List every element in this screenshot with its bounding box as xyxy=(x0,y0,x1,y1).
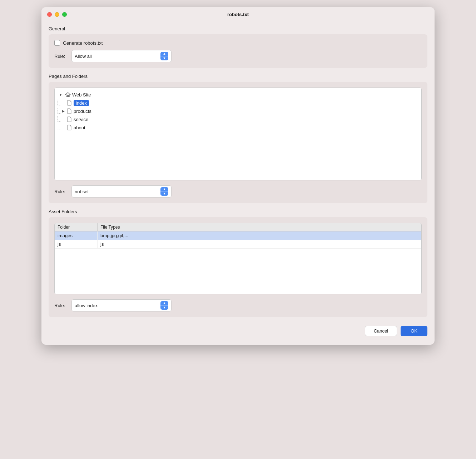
tree-row-about[interactable]: about xyxy=(58,124,418,131)
stepper-up-icon[interactable]: ▲ xyxy=(160,52,168,56)
general-rule-row: Rule: Allow all ▲ ▼ xyxy=(54,50,422,62)
general-rule-stepper[interactable]: ▲ ▼ xyxy=(160,52,168,60)
asset-section: Asset Folders Folder File Types images b… xyxy=(49,209,427,317)
general-label: General xyxy=(49,26,427,31)
asset-rule-select[interactable]: allow index ▲ ▼ xyxy=(71,299,172,311)
minimize-button[interactable] xyxy=(55,12,59,17)
filetypes-header: File Types xyxy=(98,223,421,231)
pages-stepper-up[interactable]: ▲ xyxy=(160,187,168,192)
tree-row-website[interactable]: ▾ Web Site xyxy=(58,91,418,99)
pages-section: Pages and Folders ▾ xyxy=(49,74,427,203)
asset-rule-row: Rule: allow index ▲ ▼ xyxy=(54,299,422,311)
asset-label: Asset Folders xyxy=(49,209,427,214)
pages-rule-value: not set xyxy=(75,189,158,194)
asset-rule-value: allow index xyxy=(75,303,158,308)
products-expand-icon[interactable]: ▶ xyxy=(60,108,66,114)
js-types: js xyxy=(98,240,421,248)
pages-rule-select[interactable]: not set ▲ ▼ xyxy=(71,185,172,198)
general-box: Generate robots.txt Rule: Allow all ▲ ▼ xyxy=(49,34,427,68)
pages-stepper-down[interactable]: ▼ xyxy=(160,192,168,196)
asset-stepper-down[interactable]: ▼ xyxy=(160,306,168,310)
generate-checkbox-label: Generate robots.txt xyxy=(63,40,103,46)
website-label: Web Site xyxy=(72,92,91,98)
tree-row-products[interactable]: ▶ products xyxy=(58,107,418,115)
content-area: General Generate robots.txt Rule: Allow … xyxy=(41,20,435,345)
ok-button[interactable]: OK xyxy=(401,326,427,336)
generate-checkbox-row: Generate robots.txt xyxy=(54,40,422,46)
asset-rule-stepper[interactable]: ▲ ▼ xyxy=(160,301,168,310)
js-folder: js xyxy=(55,240,98,248)
maximize-button[interactable] xyxy=(62,12,67,17)
title-bar: robots.txt xyxy=(41,7,435,20)
pages-tree[interactable]: ▾ Web Site xyxy=(54,88,422,180)
general-rule-label: Rule: xyxy=(54,54,67,59)
file-icon-about xyxy=(66,124,73,131)
images-types: bmp,jpg,gif,... xyxy=(98,231,421,240)
pages-rule-row: Rule: not set ▲ ▼ xyxy=(54,185,422,198)
file-icon-products xyxy=(66,108,73,114)
folder-header: Folder xyxy=(55,223,98,231)
pages-rule-stepper[interactable]: ▲ ▼ xyxy=(160,187,168,196)
collapse-icon[interactable]: ▾ xyxy=(58,92,63,98)
pages-box: ▾ Web Site xyxy=(49,82,427,203)
button-row: Cancel OK xyxy=(49,323,427,338)
index-label[interactable]: index xyxy=(74,100,89,106)
home-icon xyxy=(65,91,71,98)
window-title: robots.txt xyxy=(227,12,249,17)
pages-rule-label: Rule: xyxy=(54,189,67,194)
close-button[interactable] xyxy=(47,12,52,17)
asset-table[interactable]: Folder File Types images bmp,jpg,gif,...… xyxy=(54,223,422,294)
service-label[interactable]: service xyxy=(74,117,88,122)
pages-label: Pages and Folders xyxy=(49,74,427,79)
table-row-js[interactable]: js js xyxy=(55,240,421,249)
asset-stepper-up[interactable]: ▲ xyxy=(160,301,168,306)
generate-checkbox[interactable] xyxy=(54,40,60,46)
table-row-images[interactable]: images bmp,jpg,gif,... xyxy=(55,231,421,240)
general-section: General Generate robots.txt Rule: Allow … xyxy=(49,26,427,68)
file-icon-index xyxy=(66,100,73,106)
asset-box: Folder File Types images bmp,jpg,gif,...… xyxy=(49,217,427,317)
table-header: Folder File Types xyxy=(55,223,421,231)
asset-rule-label: Rule: xyxy=(54,303,67,308)
general-rule-select[interactable]: Allow all ▲ ▼ xyxy=(71,50,172,62)
file-icon-service xyxy=(66,116,73,123)
stepper-down-icon[interactable]: ▼ xyxy=(160,56,168,61)
products-label[interactable]: products xyxy=(74,109,91,114)
tree-root: ▾ Web Site xyxy=(58,91,418,131)
tree-row-service[interactable]: service xyxy=(58,115,418,123)
cancel-button[interactable]: Cancel xyxy=(365,326,397,336)
traffic-lights xyxy=(47,12,67,17)
main-window: robots.txt General Generate robots.txt R… xyxy=(41,7,435,345)
tree-row-index[interactable]: index xyxy=(58,99,418,107)
images-folder: images xyxy=(55,231,98,240)
general-rule-value: Allow all xyxy=(75,54,158,59)
about-label[interactable]: about xyxy=(74,125,85,130)
